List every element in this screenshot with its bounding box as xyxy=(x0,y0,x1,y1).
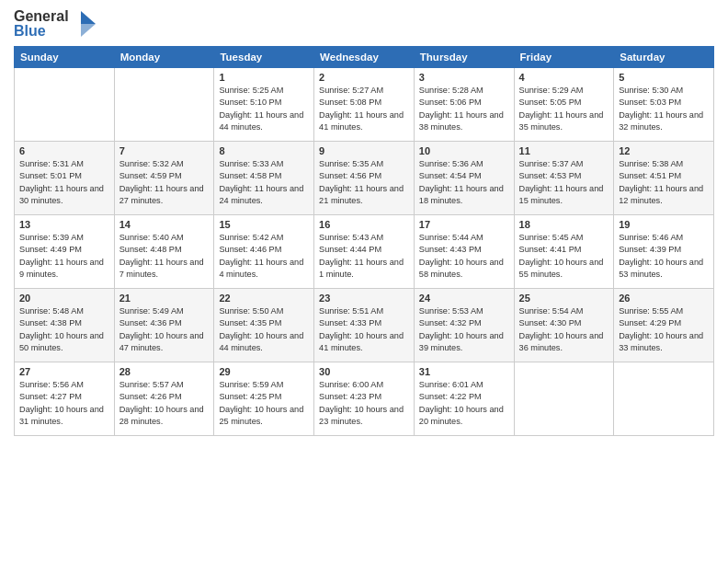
calendar-cell: 17Sunrise: 5:44 AM Sunset: 4:43 PM Dayli… xyxy=(414,215,514,289)
weekday-header-saturday: Saturday xyxy=(614,47,714,68)
day-info: Sunrise: 5:28 AM Sunset: 5:06 PM Dayligh… xyxy=(419,85,509,133)
day-number: 14 xyxy=(119,219,210,230)
day-info: Sunrise: 5:53 AM Sunset: 4:32 PM Dayligh… xyxy=(419,305,509,354)
day-info: Sunrise: 5:57 AM Sunset: 4:26 PM Dayligh… xyxy=(119,379,210,428)
day-number: 28 xyxy=(119,366,210,377)
calendar-cell: 28Sunrise: 5:57 AM Sunset: 4:26 PM Dayli… xyxy=(114,362,214,436)
day-info: Sunrise: 5:59 AM Sunset: 4:25 PM Dayligh… xyxy=(219,379,309,428)
calendar-cell: 24Sunrise: 5:53 AM Sunset: 4:32 PM Dayli… xyxy=(414,289,514,362)
day-number: 20 xyxy=(19,293,109,304)
day-number: 15 xyxy=(219,219,309,230)
weekday-header-wednesday: Wednesday xyxy=(314,47,415,68)
day-info: Sunrise: 5:55 AM Sunset: 4:29 PM Dayligh… xyxy=(619,305,709,354)
day-number: 16 xyxy=(319,219,409,230)
day-info: Sunrise: 5:35 AM Sunset: 4:56 PM Dayligh… xyxy=(319,158,409,207)
day-info: Sunrise: 5:29 AM Sunset: 5:05 PM Dayligh… xyxy=(519,85,609,133)
calendar-week-row: 20Sunrise: 5:48 AM Sunset: 4:38 PM Dayli… xyxy=(15,289,714,362)
svg-marker-0 xyxy=(81,11,96,24)
day-info: Sunrise: 5:43 AM Sunset: 4:44 PM Dayligh… xyxy=(319,232,409,281)
day-info: Sunrise: 5:31 AM Sunset: 5:01 PM Dayligh… xyxy=(19,158,109,207)
calendar-week-row: 1Sunrise: 5:25 AM Sunset: 5:10 PM Daylig… xyxy=(15,68,714,142)
calendar-cell: 20Sunrise: 5:48 AM Sunset: 4:38 PM Dayli… xyxy=(15,289,115,362)
day-number: 13 xyxy=(19,219,109,230)
calendar-cell: 11Sunrise: 5:37 AM Sunset: 4:53 PM Dayli… xyxy=(514,142,614,215)
calendar-cell xyxy=(15,68,115,142)
day-number: 19 xyxy=(619,219,709,230)
day-info: Sunrise: 5:56 AM Sunset: 4:27 PM Dayligh… xyxy=(19,379,109,428)
day-number: 9 xyxy=(319,145,409,156)
day-info: Sunrise: 5:25 AM Sunset: 5:10 PM Dayligh… xyxy=(219,85,309,133)
page-container: General Blue SundayMondayTuesdayWednesda… xyxy=(0,0,728,563)
calendar-cell: 30Sunrise: 6:00 AM Sunset: 4:23 PM Dayli… xyxy=(314,362,415,436)
day-number: 31 xyxy=(419,366,509,377)
day-number: 25 xyxy=(519,293,609,304)
day-info: Sunrise: 5:37 AM Sunset: 4:53 PM Dayligh… xyxy=(519,158,609,207)
day-info: Sunrise: 5:27 AM Sunset: 5:08 PM Dayligh… xyxy=(319,85,409,133)
calendar-cell: 3Sunrise: 5:28 AM Sunset: 5:06 PM Daylig… xyxy=(414,68,514,142)
calendar-cell: 6Sunrise: 5:31 AM Sunset: 5:01 PM Daylig… xyxy=(15,142,115,215)
day-number: 10 xyxy=(419,145,509,156)
day-number: 7 xyxy=(119,145,210,156)
weekday-header-tuesday: Tuesday xyxy=(214,47,314,68)
calendar-week-row: 13Sunrise: 5:39 AM Sunset: 4:49 PM Dayli… xyxy=(15,215,714,289)
calendar-cell: 23Sunrise: 5:51 AM Sunset: 4:33 PM Dayli… xyxy=(314,289,415,362)
day-info: Sunrise: 5:40 AM Sunset: 4:48 PM Dayligh… xyxy=(119,232,210,281)
day-info: Sunrise: 5:30 AM Sunset: 5:03 PM Dayligh… xyxy=(619,85,709,133)
weekday-header-friday: Friday xyxy=(514,47,614,68)
calendar-cell: 16Sunrise: 5:43 AM Sunset: 4:44 PM Dayli… xyxy=(314,215,415,289)
day-number: 17 xyxy=(419,219,509,230)
day-info: Sunrise: 5:38 AM Sunset: 4:51 PM Dayligh… xyxy=(619,158,709,207)
calendar-table: SundayMondayTuesdayWednesdayThursdayFrid… xyxy=(14,46,714,436)
day-info: Sunrise: 6:00 AM Sunset: 4:23 PM Dayligh… xyxy=(319,379,409,428)
day-info: Sunrise: 5:33 AM Sunset: 4:58 PM Dayligh… xyxy=(219,158,309,207)
calendar-week-row: 6Sunrise: 5:31 AM Sunset: 5:01 PM Daylig… xyxy=(15,142,714,215)
day-number: 11 xyxy=(519,145,609,156)
day-info: Sunrise: 6:01 AM Sunset: 4:22 PM Dayligh… xyxy=(419,379,509,428)
calendar-cell: 10Sunrise: 5:36 AM Sunset: 4:54 PM Dayli… xyxy=(414,142,514,215)
day-info: Sunrise: 5:50 AM Sunset: 4:35 PM Dayligh… xyxy=(219,305,309,354)
day-number: 6 xyxy=(19,145,109,156)
logo-general-text: General xyxy=(14,9,69,24)
day-number: 5 xyxy=(619,72,709,83)
calendar-cell: 31Sunrise: 6:01 AM Sunset: 4:22 PM Dayli… xyxy=(414,362,514,436)
day-info: Sunrise: 5:39 AM Sunset: 4:49 PM Dayligh… xyxy=(19,232,109,281)
calendar-cell: 1Sunrise: 5:25 AM Sunset: 5:10 PM Daylig… xyxy=(214,68,314,142)
day-info: Sunrise: 5:42 AM Sunset: 4:46 PM Dayligh… xyxy=(219,232,309,281)
calendar-cell: 25Sunrise: 5:54 AM Sunset: 4:30 PM Dayli… xyxy=(514,289,614,362)
calendar-cell xyxy=(614,362,714,436)
calendar-cell: 9Sunrise: 5:35 AM Sunset: 4:56 PM Daylig… xyxy=(314,142,415,215)
day-number: 26 xyxy=(619,293,709,304)
calendar-cell: 4Sunrise: 5:29 AM Sunset: 5:05 PM Daylig… xyxy=(514,68,614,142)
calendar-cell: 15Sunrise: 5:42 AM Sunset: 4:46 PM Dayli… xyxy=(214,215,314,289)
day-number: 4 xyxy=(519,72,609,83)
day-info: Sunrise: 5:45 AM Sunset: 4:41 PM Dayligh… xyxy=(519,232,609,281)
day-info: Sunrise: 5:32 AM Sunset: 4:59 PM Dayligh… xyxy=(119,158,210,207)
logo-blue-text: Blue xyxy=(14,24,69,39)
logo-text-block: General Blue xyxy=(14,9,69,39)
calendar-cell: 12Sunrise: 5:38 AM Sunset: 4:51 PM Dayli… xyxy=(614,142,714,215)
calendar-cell: 26Sunrise: 5:55 AM Sunset: 4:29 PM Dayli… xyxy=(614,289,714,362)
logo-wrapper: General Blue xyxy=(14,9,97,39)
day-number: 29 xyxy=(219,366,309,377)
calendar-cell: 2Sunrise: 5:27 AM Sunset: 5:08 PM Daylig… xyxy=(314,68,415,142)
day-info: Sunrise: 5:54 AM Sunset: 4:30 PM Dayligh… xyxy=(519,305,609,354)
calendar-cell: 13Sunrise: 5:39 AM Sunset: 4:49 PM Dayli… xyxy=(15,215,115,289)
day-number: 23 xyxy=(319,293,409,304)
calendar-cell: 19Sunrise: 5:46 AM Sunset: 4:39 PM Dayli… xyxy=(614,215,714,289)
calendar-cell: 29Sunrise: 5:59 AM Sunset: 4:25 PM Dayli… xyxy=(214,362,314,436)
calendar-cell: 5Sunrise: 5:30 AM Sunset: 5:03 PM Daylig… xyxy=(614,68,714,142)
calendar-cell: 27Sunrise: 5:56 AM Sunset: 4:27 PM Dayli… xyxy=(15,362,115,436)
header: General Blue xyxy=(14,9,714,39)
weekday-header-row: SundayMondayTuesdayWednesdayThursdayFrid… xyxy=(15,47,714,68)
calendar-cell xyxy=(114,68,214,142)
day-info: Sunrise: 5:46 AM Sunset: 4:39 PM Dayligh… xyxy=(619,232,709,281)
day-number: 1 xyxy=(219,72,309,83)
weekday-header-monday: Monday xyxy=(114,47,214,68)
calendar-cell: 18Sunrise: 5:45 AM Sunset: 4:41 PM Dayli… xyxy=(514,215,614,289)
calendar-cell: 22Sunrise: 5:50 AM Sunset: 4:35 PM Dayli… xyxy=(214,289,314,362)
day-number: 21 xyxy=(119,293,210,304)
day-number: 12 xyxy=(619,145,709,156)
day-number: 3 xyxy=(419,72,509,83)
day-number: 2 xyxy=(319,72,409,83)
day-info: Sunrise: 5:44 AM Sunset: 4:43 PM Dayligh… xyxy=(419,232,509,281)
